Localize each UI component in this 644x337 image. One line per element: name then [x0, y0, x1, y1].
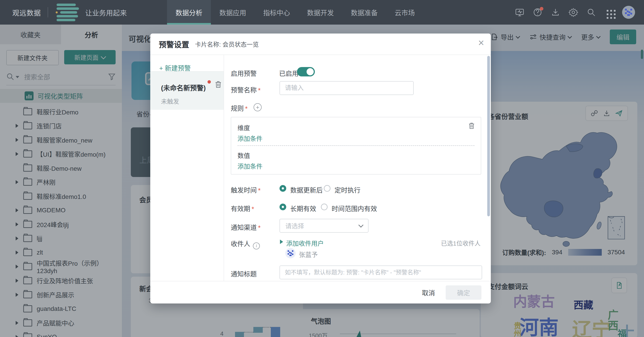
alert-list-panel: + 新建预警 (未命名新预警) 未触发 [150, 55, 224, 281]
guandata-logo-icon [55, 3, 80, 21]
radio-label[interactable]: 数据更新后 [290, 185, 323, 194]
modal-footer: 取消 确定 [150, 281, 491, 304]
nav-item-data-apps[interactable]: 数据应用 [211, 0, 255, 24]
recipient-avatar [285, 248, 296, 258]
user-avatar[interactable] [622, 6, 635, 19]
notification-badge [540, 7, 544, 10]
confirm-button-disabled[interactable]: 确定 [446, 285, 482, 300]
monitor-icon[interactable] [515, 7, 524, 17]
channel-label: 通知渠道 [231, 222, 260, 232]
radio-label[interactable]: 长期有效 [290, 204, 316, 213]
delete-trash-icon[interactable] [215, 81, 222, 89]
recipient-count: 已选1位收件人 [441, 239, 480, 247]
modal-header: 预警设置 卡片名称: 会员状态一览 × [150, 33, 491, 55]
recipient-label: 收件人i [231, 239, 260, 249]
add-recipient-link[interactable]: 添加收件用户 [286, 239, 324, 248]
radio-long-term[interactable] [280, 204, 286, 210]
apps-grid-icon[interactable] [604, 7, 614, 17]
radio-label[interactable]: 定时执行 [334, 185, 360, 194]
rule-box: 维度 添加条件 数值 添加条件 [231, 117, 481, 175]
delete-trash-icon[interactable] [468, 122, 475, 130]
channel-select[interactable]: 请选择 [280, 219, 368, 233]
enable-label: 启用预警 [231, 68, 257, 78]
divider [238, 145, 474, 146]
nav-item-data-dev[interactable]: 数据开发 [298, 0, 342, 24]
close-icon[interactable]: × [478, 37, 484, 48]
download-icon[interactable] [550, 7, 560, 17]
metric-label: 数值 [238, 151, 250, 160]
brand-name: 观远数据 [12, 7, 41, 17]
alert-name-input[interactable] [280, 81, 414, 95]
nav-item-cloud-market[interactable]: 云市场 [386, 0, 423, 24]
radio-time-range[interactable] [321, 204, 328, 210]
enable-toggle[interactable] [297, 67, 315, 76]
info-icon: i [253, 243, 260, 249]
app-root: 观远数据 让业务用起来 数据分析 数据应用 指标中心 数据开发 数据准备 云市场 [0, 0, 644, 337]
notify-title-input[interactable] [280, 266, 482, 279]
dimension-label: 维度 [238, 123, 250, 132]
alert-settings-modal: 预警设置 卡片名称: 会员状态一览 × + 新建预警 (未命名新预警) 未触发 … [150, 33, 491, 304]
modal-title: 预警设置 [159, 39, 189, 50]
new-alert-link[interactable]: + 新建预警 [159, 63, 191, 72]
add-rule-icon[interactable]: + [254, 103, 262, 111]
brand-slogan: 让业务用起来 [85, 7, 127, 17]
main-nav: 数据分析 数据应用 指标中心 数据开发 数据准备 云市场 [167, 0, 423, 24]
radio-label[interactable]: 时间范围内有效 [332, 204, 377, 213]
settings-gear-icon[interactable] [568, 7, 578, 17]
recipient-name: 张蓝予 [299, 250, 318, 259]
alert-status: 未触发 [161, 97, 179, 105]
radio-data-updated[interactable] [280, 185, 286, 192]
caret-right-icon[interactable] [280, 240, 283, 244]
navbar-actions [515, 6, 644, 19]
nav-item-metrics-center[interactable]: 指标中心 [255, 0, 298, 24]
nav-item-data-prep[interactable]: 数据准备 [342, 0, 386, 24]
notify-title-label: 通知标题 [231, 269, 257, 278]
alert-list-item[interactable]: (未命名新预警) 未触发 [150, 71, 224, 110]
chevron-down-icon [358, 223, 364, 228]
cancel-button[interactable]: 取消 [422, 288, 435, 297]
help-icon[interactable] [533, 7, 542, 17]
nav-item-data-analysis[interactable]: 数据分析 [167, 0, 211, 24]
top-navbar: 观远数据 让业务用起来 数据分析 数据应用 指标中心 数据开发 数据准备 云市场 [0, 0, 644, 24]
modal-subtitle: 卡片名称: 会员状态一览 [195, 40, 259, 48]
modal-scrollbar-thumb[interactable] [487, 56, 490, 216]
add-metric-condition-link[interactable]: 添加条件 [238, 162, 262, 171]
add-dimension-condition-link[interactable]: 添加条件 [238, 134, 262, 143]
radio-scheduled[interactable] [324, 185, 330, 192]
alert-name: (未命名新预警) [161, 82, 206, 92]
search-icon[interactable] [586, 7, 596, 17]
validity-label: 有效期 [231, 204, 254, 213]
enable-value: 已启用 [279, 68, 298, 78]
alert-name-label: 预警名称 [231, 85, 260, 94]
unsaved-dot [208, 80, 211, 84]
rule-label: 规则 [231, 103, 248, 113]
divider [48, 7, 48, 17]
trigger-label: 触发时间 [231, 185, 260, 194]
